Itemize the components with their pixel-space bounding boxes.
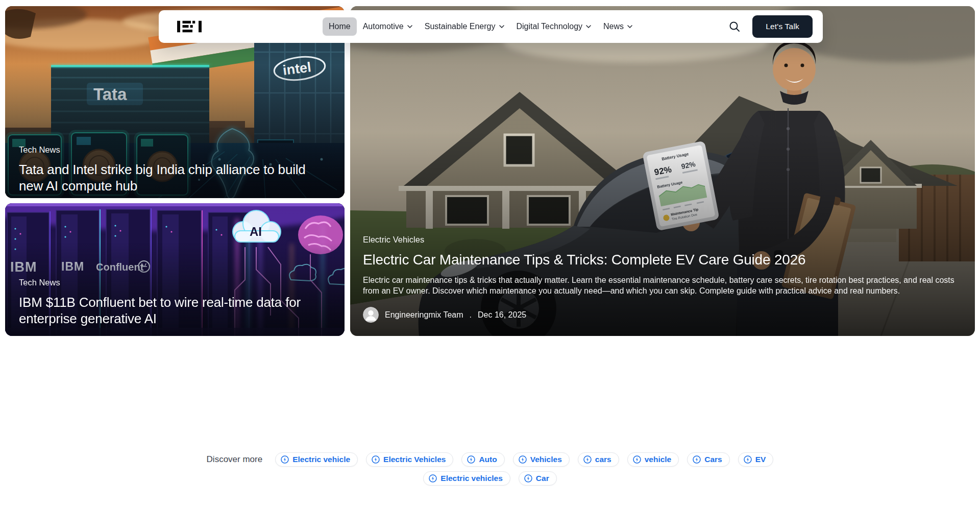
bolt-circle-icon (583, 455, 592, 464)
person-avatar-icon (363, 307, 379, 323)
bolt-circle-icon (524, 474, 532, 482)
tag-pill-electric-vehicles-lower[interactable]: Electric vehicles (423, 471, 510, 486)
search-button[interactable] (728, 20, 741, 33)
tag-pill-car[interactable]: Car (519, 471, 557, 486)
engineeringmix-logo[interactable] (177, 19, 202, 34)
tag-label: Electric Vehicles (383, 455, 446, 464)
lets-talk-button[interactable]: Let's Talk (752, 15, 813, 38)
tata-logo-text: Tata (93, 85, 127, 104)
nav-item-label: Home (329, 22, 351, 31)
card-title: Tata and Intel strike big India chip all… (19, 161, 331, 194)
nav-item-sustainable-energy[interactable]: Sustainable Energy (419, 17, 510, 36)
nav-item-label: Automotive (363, 22, 404, 31)
card-category: Tech News (19, 145, 331, 155)
card-category: Tech News (19, 278, 331, 287)
bolt-circle-icon (467, 455, 475, 464)
tag-label: EV (755, 455, 766, 464)
tag-label: cars (595, 455, 611, 464)
tag-label: Auto (479, 455, 497, 464)
tag-pill-electric-vehicle[interactable]: Electric vehicle (275, 452, 358, 467)
chevron-down-icon (586, 25, 591, 28)
search-icon (729, 21, 740, 32)
tag-label: Cars (704, 455, 722, 464)
bolt-circle-icon (633, 455, 641, 464)
nav-item-digital-technology[interactable]: Digital Technology (510, 17, 598, 36)
discover-more-label: Discover more (207, 454, 263, 465)
tag-label: Car (536, 474, 549, 483)
article-card-ev-maintenance[interactable]: Battery Usage 92% 92% Battery Usage Main… (350, 6, 975, 336)
tag-pill-cars-upper[interactable]: Cars (687, 452, 729, 467)
bolt-circle-icon (372, 455, 380, 464)
nav-item-label: Digital Technology (517, 22, 583, 31)
card-description: Electric car maintenance tips & tricks t… (363, 275, 962, 296)
tag-pill-cars-lower[interactable]: cars (578, 452, 619, 467)
tag-pill-electric-vehicles[interactable]: Electric Vehicles (366, 452, 453, 467)
card-text-block: Tech News IBM $11B Confluent bet to wire… (19, 278, 331, 327)
nav-item-label: Sustainable Energy (425, 22, 496, 31)
ibm-logo-large: IBM (10, 259, 37, 275)
author-name[interactable]: Engineeringmix Team (385, 310, 463, 320)
tag-pill-vehicles[interactable]: Vehicles (513, 452, 570, 467)
publish-date: Dec 16, 2025 (478, 310, 526, 320)
bolt-circle-icon (744, 455, 752, 464)
article-card-ibm-confluent[interactable]: AI IBM (5, 203, 345, 336)
tag-pill-ev[interactable]: EV (738, 452, 774, 467)
bolt-circle-icon (429, 474, 437, 482)
card-title: IBM $11B Confluent bet to wire real-time… (19, 294, 331, 327)
nav-item-news[interactable]: News (597, 17, 639, 36)
bolt-circle-icon (281, 455, 289, 464)
homepage: Tata intel (0, 0, 980, 507)
tag-label: Electric vehicle (292, 455, 350, 464)
card-text-block: Tech News Tata and Intel strike big Indi… (19, 145, 331, 194)
avatar (363, 307, 379, 323)
bolt-circle-icon (693, 455, 701, 464)
tag-pill-vehicle[interactable]: vehicle (627, 452, 679, 467)
ibm-logo-small: IBM (61, 260, 84, 273)
nav-item-home[interactable]: Home (323, 17, 357, 36)
top-navbar: Home Automotive Sustainable Energy Digit… (159, 10, 823, 43)
bolt-circle-icon (519, 455, 527, 464)
navbar-right-group: Let's Talk (728, 15, 813, 38)
author-date-separator: . (470, 310, 472, 320)
card-text-block: Electric Vehicles Electric Car Maintenan… (363, 235, 962, 323)
card-category: Electric Vehicles (363, 235, 962, 245)
chevron-down-icon (407, 25, 412, 28)
confluent-logo: Confluent (96, 261, 144, 273)
author-row: Engineeringmix Team . Dec 16, 2025 (363, 307, 962, 323)
main-menu: Home Automotive Sustainable Energy Digit… (323, 17, 639, 36)
nav-item-label: News (603, 22, 624, 31)
tag-label: Vehicles (530, 455, 562, 464)
card-title: Electric Car Maintenance Tips & Tricks: … (363, 251, 962, 269)
discover-more-section: Discover more Electric vehicle Electric … (0, 452, 980, 486)
tag-label: Electric vehicles (440, 474, 503, 483)
chevron-down-icon (627, 25, 632, 28)
nav-item-automotive[interactable]: Automotive (357, 17, 419, 36)
ai-cloud-text: AI (250, 225, 262, 238)
tag-pill-auto[interactable]: Auto (461, 452, 504, 467)
tag-list: Discover more Electric vehicle Electric … (189, 452, 791, 486)
tag-label: vehicle (645, 455, 672, 464)
chevron-down-icon (499, 25, 504, 28)
